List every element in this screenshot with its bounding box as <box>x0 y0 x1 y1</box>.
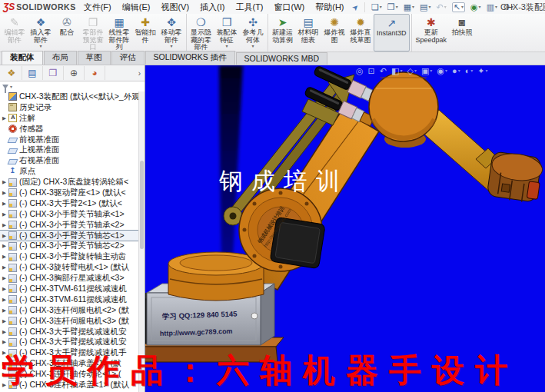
command-button[interactable]: ❍ 显示隐 藏的零 部件 ▾ <box>186 14 214 51</box>
dropdown-arrow-icon[interactable]: ▾ <box>430 66 432 76</box>
save[interactable]: ▦▾ <box>404 3 414 12</box>
command-button[interactable]: ✇ 配合 ▾ <box>54 14 80 51</box>
expand-arrow-icon[interactable]: ▶ <box>1 190 8 196</box>
expand-arrow-icon[interactable]: ▶ <box>1 275 8 281</box>
turntable[interactable] <box>168 252 264 301</box>
expand-arrow-icon[interactable]: ▶ <box>1 201 8 207</box>
expand-arrow-icon[interactable]: ▶ <box>1 307 8 314</box>
open-document[interactable]: ❒▾ <box>387 3 398 12</box>
tree-item[interactable]: ▶ (-) CHX-3连杆伺服电机<3> (默 <box>0 316 139 327</box>
expand-arrow-icon[interactable]: ▶ <box>1 243 8 249</box>
tree-item[interactable]: ▶ (-) CHX-3旋转臂电机<1> (默认 <box>0 262 139 273</box>
undo[interactable]: ↶▾ <box>437 3 447 12</box>
tree-item[interactable]: ▶ (固定) CHX-3底盘旋转涡轮箱< <box>0 177 139 188</box>
new-document[interactable]: ❏▾ <box>371 3 382 12</box>
expand-arrow-icon[interactable]: ▶ <box>1 211 8 218</box>
command-button[interactable]: ↗ Instant3D ▾ <box>374 14 410 51</box>
dimxpertmanager-tab[interactable]: ⊕ <box>64 66 85 80</box>
tree-item[interactable]: ▶ (-) CHX-3小手臂关节轴芯<1> <box>0 231 139 241</box>
tree-item[interactable]: ▶ (-) CHX-3小手臂关节轴承<2> <box>0 220 139 231</box>
display-style[interactable]: ▣▾ <box>421 66 432 76</box>
dropdown-arrow-icon[interactable]: ▾ <box>444 3 447 12</box>
zoom-to-area[interactable]: ⊡▾ <box>368 66 375 76</box>
menu-item[interactable]: 窗口(W) <box>274 2 305 13</box>
tree-item[interactable]: ▶ (-) CHX-3TVM-611摆线减速机 <box>0 294 139 305</box>
propertymanager-tab[interactable]: ▤ <box>22 66 43 80</box>
tree-item[interactable]: ▶ (-) CHX-3大手臂摆线减速机安 <box>0 327 139 337</box>
tree-item[interactable]: ▶ (-) CHX-3小手臂关节轴芯<2> <box>0 241 139 251</box>
command-button[interactable]: ✣ 参考几 何体 ▾ <box>240 14 266 51</box>
tree-item[interactable]: ▶ (-) CHX-3连杆伺服电机<2> (默 <box>0 305 139 316</box>
command-button[interactable]: ✱ 更新 Speedpak ▾ <box>411 14 450 51</box>
tree-item[interactable]: ▶ (-) CHX-3大手臂摆线减速机安 <box>0 337 139 347</box>
dropdown-arrow-icon[interactable]: ▾ <box>380 3 382 12</box>
dropdown-arrow-icon[interactable]: ▾ <box>470 66 473 76</box>
ribbon-tab[interactable]: 草图 <box>78 51 111 65</box>
dropdown-arrow-icon[interactable]: ▾ <box>461 3 464 12</box>
configurationmanager-tab[interactable]: ❐ <box>43 66 64 80</box>
command-button[interactable]: ✚ 智能扣 件 ▾ <box>132 14 158 51</box>
tree-item[interactable]: ▶ (-) CHX-3胸部行星减速机<3> <box>0 273 139 284</box>
dropdown-arrow-icon[interactable]: ▾ <box>251 45 254 48</box>
tree-item[interactable]: ▶ CHX-3装配图 (默认<<默认>_外观 <box>0 91 139 102</box>
dropdown-arrow-icon[interactable]: ▾ <box>412 3 414 12</box>
ribbon-tab[interactable]: 装配体 <box>2 51 43 65</box>
pin-menu-icon[interactable]: ➤ <box>350 2 361 12</box>
expand-arrow-icon[interactable]: ▶ <box>1 318 8 324</box>
robot-model[interactable]: 学习 QQ:129 840 5145 http://www.gc789.com <box>145 65 545 392</box>
dropdown-arrow-icon[interactable]: ▾ <box>170 45 172 48</box>
dropdown-arrow-icon[interactable]: ▾ <box>414 66 417 76</box>
view-orientation[interactable]: ◇▾ <box>407 66 416 76</box>
tree-item[interactable]: ▶ (-) CHX-3小手臂旋转轴主动齿 <box>0 251 139 262</box>
displaymanager-tab[interactable]: ◕ <box>85 66 105 80</box>
tree-item[interactable]: ▶ (-) CHX-3驱动臂座<1> (默认< <box>0 188 139 198</box>
expand-arrow-icon[interactable]: ▶ <box>1 254 8 260</box>
rebuild[interactable]: ◉▾ <box>470 3 481 12</box>
expand-arrow-icon[interactable]: ▶ <box>1 297 8 303</box>
command-button[interactable]: ▦ 线性零 部件阵 列 ▾ <box>106 14 132 51</box>
previous-view[interactable]: ↶▾ <box>380 66 387 76</box>
ribbon-tab[interactable]: SOLIDWORKS 插件 <box>145 51 235 65</box>
tree-item[interactable]: ▶ 注解 <box>0 113 139 124</box>
wrist-block[interactable] <box>487 151 544 204</box>
expand-arrow-icon[interactable]: ▶ <box>1 286 8 292</box>
command-button[interactable]: ◙ 拍快照 ▾ <box>449 14 475 51</box>
command-button[interactable]: ✥ 移动零 部件 ▾ <box>158 14 184 51</box>
tree-scrollbar[interactable] <box>138 91 145 392</box>
command-button[interactable]: ▤ 材料明 细表 ▾ <box>295 14 321 51</box>
ribbon-tab[interactable]: 评估 <box>111 51 145 65</box>
ribbon-tab[interactable]: 布局 <box>44 51 77 65</box>
tree-item[interactable]: ▶ 前视基准面 <box>0 135 139 145</box>
select-tool[interactable]: ↖▾ <box>452 2 465 12</box>
file-properties[interactable]: ▥▾ <box>487 3 497 12</box>
tree-scrollbar-thumb[interactable] <box>140 161 144 249</box>
graphics-viewport[interactable]: ◎▾⊡▾↶▾◧▾◇▾▣▾◉▾●▾◐▾✦▾ <box>145 65 545 392</box>
dropdown-arrow-icon[interactable]: ▾ <box>225 45 228 48</box>
command-button[interactable]: ❒ 装配体 特征 ▾ <box>214 14 240 51</box>
section-view[interactable]: ◧▾ <box>391 66 402 76</box>
tree-item[interactable]: ▶ (-) CHX-3小手臂关节轴承<1> <box>0 209 139 220</box>
tree-item[interactable]: ▶ (-) CHX-3大手臂2<1> (默认< <box>0 198 139 209</box>
expand-arrow-icon[interactable]: ▶ <box>1 264 8 271</box>
dropdown-arrow-icon[interactable]: ▾ <box>486 66 488 76</box>
print[interactable]: ▤▾ <box>420 3 430 12</box>
dropdown-arrow-icon[interactable]: ▾ <box>39 45 42 48</box>
command-button[interactable]: ✹ 爆炸直 线草图 ▾ <box>347 14 374 51</box>
command-button[interactable]: ➤ 新建运 动算例 ▾ <box>268 14 295 51</box>
dropdown-arrow-icon[interactable]: ▾ <box>495 3 497 12</box>
expand-arrow-icon[interactable]: ▶ <box>1 329 8 335</box>
filter-dropdown-arrow-icon[interactable]: ▾ <box>10 84 12 89</box>
command-button[interactable]: ✎ 编辑零 部件 ▾ <box>2 14 28 51</box>
tree-item[interactable]: ▶ 传感器 <box>0 124 139 135</box>
tree-item[interactable]: ▶ (-) CHX-3TVM-611摆线减速机 <box>0 284 139 294</box>
tree-item[interactable]: ▶ 历史记录 <box>0 102 139 113</box>
tree-item[interactable]: ▶ 右视基准面 <box>0 155 139 166</box>
tree-item[interactable]: ▶ 原点 <box>0 166 139 177</box>
filter-funnel-icon[interactable] <box>2 85 8 89</box>
dropdown-arrow-icon[interactable]: ▾ <box>445 66 447 76</box>
dropdown-arrow-icon[interactable]: ▾ <box>479 3 481 12</box>
command-button[interactable]: ❖ 插入零 部件 ▾ <box>28 14 54 51</box>
hide-show-items[interactable]: ◉▾ <box>437 66 447 76</box>
expand-arrow-icon[interactable]: ▶ <box>1 115 8 121</box>
expand-arrow-icon[interactable]: ▶ <box>1 222 8 228</box>
